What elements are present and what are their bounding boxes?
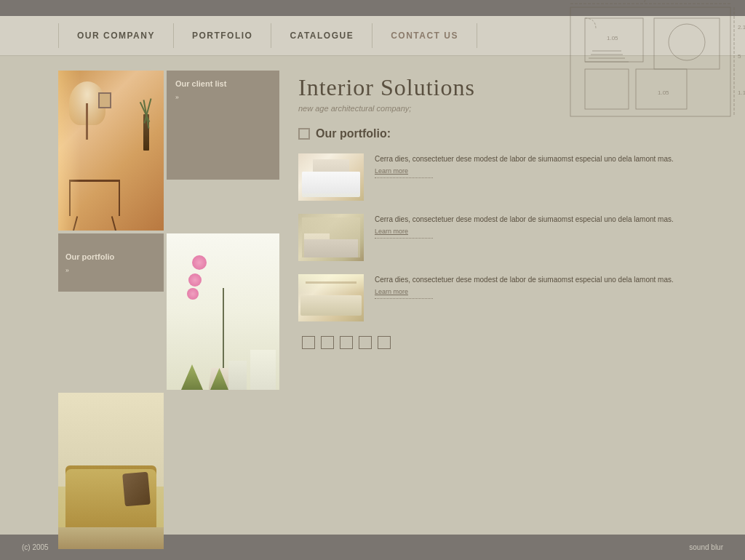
- portfolio-desc-2: Cerra dies, consectetuer dese modest de …: [375, 214, 687, 239]
- sofa-photo-panel: [58, 393, 164, 549]
- nav-our-company[interactable]: OUR COMPANY: [58, 23, 174, 48]
- svg-point-5: [669, 24, 705, 60]
- portfolio-thumb-2: [298, 214, 364, 261]
- page-btn-1[interactable]: [302, 336, 315, 349]
- portfolio-desc-3: Cerra dies, consectetuer dese modest de …: [375, 274, 687, 299]
- portfolio-label-arrow: »: [65, 265, 156, 273]
- portfolio-section-icon: [298, 128, 310, 140]
- portfolio-desc-1: Cerra dies, consectetuer dese modest de …: [375, 153, 687, 178]
- portfolio-label-title: Our portfolio: [65, 252, 156, 261]
- portfolio-item-2: Cerra dies, consectetuer dese modest de …: [298, 214, 687, 261]
- portfolio-thumb-1: [298, 153, 364, 201]
- site-subtitle: new age architectural company;: [298, 104, 687, 113]
- client-list-arrow: »: [175, 92, 271, 100]
- svg-text:7: 7: [643, 0, 647, 4]
- portfolio-text-2: Cerra dies, consectetuer dese modest de …: [375, 214, 687, 225]
- nav-catalogue[interactable]: CATALOGUE: [271, 23, 372, 48]
- page-btn-3[interactable]: [340, 336, 353, 349]
- portfolio-item-1: Cerra dies, consectetuer dese modest de …: [298, 153, 687, 201]
- portfolio-item-3: Cerra dies, consectetuer dese modest de …: [298, 274, 687, 321]
- portfolio-label-panel[interactable]: Our portfolio »: [58, 233, 164, 292]
- pagination: [298, 336, 687, 349]
- portfolio-text-3: Cerra dies, consectetuer dese modest de …: [375, 274, 687, 285]
- page-btn-2[interactable]: [321, 336, 334, 349]
- flower-photo-panel: [167, 233, 279, 390]
- learn-more-3[interactable]: Learn more: [375, 288, 687, 295]
- portfolio-heading-text: Our portfolio:: [316, 127, 391, 140]
- page-btn-4[interactable]: [359, 336, 372, 349]
- learn-more-2[interactable]: Learn more: [375, 228, 687, 235]
- client-list-title: Our client list: [175, 79, 271, 88]
- room-photo-panel: [58, 71, 164, 231]
- site-title: Interior Solutions: [298, 74, 687, 101]
- left-sidebar: Our client list » Our portfolio »: [58, 71, 284, 549]
- nav-portfolio[interactable]: PORTFOLIO: [174, 23, 272, 48]
- portfolio-thumb-3: [298, 274, 364, 321]
- client-list-panel[interactable]: Our client list »: [167, 71, 279, 180]
- portfolio-heading: Our portfolio:: [298, 127, 687, 140]
- right-content: Interior Solutions new age architectural…: [298, 71, 687, 549]
- svg-text:1.05: 1.05: [607, 35, 618, 41]
- svg-text:2.18: 2.18: [738, 24, 745, 31]
- main-content: Our client list » Our portfolio »: [0, 56, 745, 560]
- portfolio-text-1: Cerra dies, consectetuer dese modest de …: [375, 153, 687, 164]
- page-btn-5[interactable]: [378, 336, 391, 349]
- learn-more-1[interactable]: Learn more: [375, 167, 687, 175]
